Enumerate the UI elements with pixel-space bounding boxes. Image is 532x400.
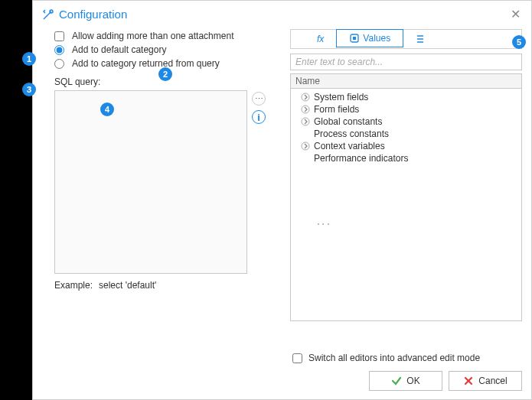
titlebar: Configuration ✕ xyxy=(33,1,531,26)
tree-panel: System fieldsForm fieldsGlobal constants… xyxy=(290,89,522,321)
tree-item-label: Performance indicators xyxy=(314,153,408,164)
annotation-5: 5 xyxy=(512,35,526,49)
check-icon xyxy=(391,376,402,386)
add-query-radio[interactable] xyxy=(54,59,64,69)
tab-fx[interactable]: fx xyxy=(291,30,337,48)
example-value: select 'default' xyxy=(99,280,156,291)
add-default-label: Add to default category xyxy=(72,44,166,55)
tree-item[interactable]: Context variables xyxy=(292,140,520,152)
expand-icon[interactable] xyxy=(300,141,311,151)
svg-rect-2 xyxy=(353,37,356,40)
cancel-icon xyxy=(463,376,474,386)
fx-icon xyxy=(303,34,314,44)
tree-item-label: Process constants xyxy=(314,128,389,139)
svg-point-6 xyxy=(302,93,309,101)
expand-icon[interactable] xyxy=(300,116,311,127)
values-icon xyxy=(349,33,360,44)
more-options-button[interactable]: ⋯ xyxy=(252,92,266,106)
config-icon xyxy=(42,8,54,21)
info-icon[interactable]: i xyxy=(252,110,266,124)
ok-button[interactable]: OK xyxy=(369,371,442,391)
sql-query-input[interactable] xyxy=(54,90,247,274)
annotation-1: 1 xyxy=(22,52,36,66)
annotation-2: 2 xyxy=(158,67,172,81)
right-panel: fx Values Name xyxy=(290,29,522,329)
tree-item[interactable]: Global constants xyxy=(292,115,520,128)
advanced-mode-row[interactable]: Switch all editors into advanced edit mo… xyxy=(292,353,522,363)
tree-item-label: Global constants xyxy=(314,116,382,127)
add-default-radio[interactable] xyxy=(54,45,64,55)
dialog-title: Configuration xyxy=(59,8,508,21)
advanced-mode-checkbox[interactable] xyxy=(292,353,302,363)
add-query-label: Add to category returned from query xyxy=(72,58,220,69)
tab-values[interactable]: Values xyxy=(336,29,403,47)
allow-attachment-label: Allow adding more than one attachment xyxy=(72,31,233,41)
tree-header-name[interactable]: Name xyxy=(290,73,522,89)
search-input[interactable] xyxy=(290,54,522,70)
allow-attachment-row[interactable]: Allow adding more than one attachment xyxy=(54,29,284,43)
svg-point-10 xyxy=(302,142,309,150)
example-label: Example: xyxy=(54,280,93,291)
tree-item[interactable]: Performance indicators xyxy=(292,152,520,164)
tab-list[interactable] xyxy=(403,30,438,48)
add-default-row[interactable]: Add to default category xyxy=(54,43,284,57)
list-icon xyxy=(415,34,426,44)
tree-item[interactable]: System fields xyxy=(292,91,520,103)
cancel-button[interactable]: Cancel xyxy=(449,371,522,391)
expand-icon[interactable] xyxy=(300,92,311,102)
tree-item-label: Context variables xyxy=(314,141,385,151)
expand-icon[interactable] xyxy=(300,104,311,115)
advanced-mode-label: Switch all editors into advanced edit mo… xyxy=(308,353,480,363)
close-button[interactable]: ✕ xyxy=(508,7,524,21)
tree-item[interactable]: Form fields xyxy=(292,103,520,115)
tree-item-label: Form fields xyxy=(314,104,359,115)
annotation-3: 3 xyxy=(22,83,36,96)
annotation-4: 4 xyxy=(100,102,114,116)
splitter-handle[interactable]: ⋮ xyxy=(315,217,332,229)
tree-item[interactable]: Process constants xyxy=(292,128,520,140)
tree-item-label: System fields xyxy=(314,92,368,102)
svg-point-8 xyxy=(302,118,309,125)
tabs: fx Values xyxy=(290,29,522,49)
svg-point-7 xyxy=(302,106,309,113)
allow-attachment-checkbox[interactable] xyxy=(54,31,64,41)
configuration-dialog: Configuration ✕ 1 2 3 4 5 ⋮ Allow adding… xyxy=(32,0,532,400)
